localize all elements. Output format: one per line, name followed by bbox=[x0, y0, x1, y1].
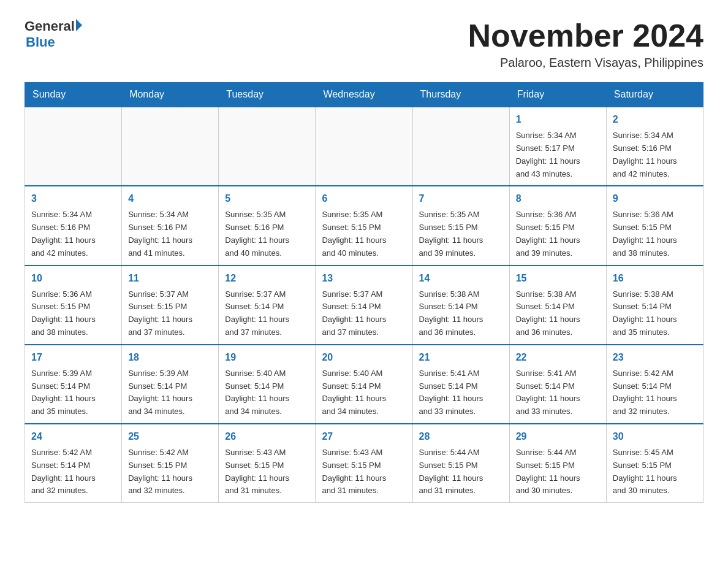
day-number: 16 bbox=[613, 271, 697, 286]
calendar-cell: 3Sunrise: 5:34 AMSunset: 5:16 PMDaylight… bbox=[25, 186, 122, 265]
day-number: 13 bbox=[322, 271, 406, 286]
day-number: 15 bbox=[516, 271, 600, 286]
calendar-cell: 19Sunrise: 5:40 AMSunset: 5:14 PMDayligh… bbox=[219, 345, 316, 424]
calendar-cell: 20Sunrise: 5:40 AMSunset: 5:14 PMDayligh… bbox=[316, 345, 412, 424]
day-number: 18 bbox=[128, 350, 212, 365]
day-info: Sunrise: 5:34 AMSunset: 5:16 PMDaylight:… bbox=[128, 209, 212, 259]
calendar-cell bbox=[316, 107, 412, 186]
column-header-friday: Friday bbox=[509, 83, 606, 107]
day-number: 30 bbox=[613, 429, 697, 444]
day-number: 23 bbox=[613, 350, 697, 365]
week-row-2: 3Sunrise: 5:34 AMSunset: 5:16 PMDaylight… bbox=[25, 186, 703, 265]
calendar-cell: 26Sunrise: 5:43 AMSunset: 5:15 PMDayligh… bbox=[219, 424, 316, 503]
week-row-3: 10Sunrise: 5:36 AMSunset: 5:15 PMDayligh… bbox=[25, 266, 703, 345]
column-header-saturday: Saturday bbox=[606, 83, 703, 107]
calendar-cell: 27Sunrise: 5:43 AMSunset: 5:15 PMDayligh… bbox=[316, 424, 412, 503]
day-info: Sunrise: 5:40 AMSunset: 5:14 PMDaylight:… bbox=[322, 367, 406, 418]
day-number: 14 bbox=[419, 271, 503, 286]
day-info: Sunrise: 5:35 AMSunset: 5:15 PMDaylight:… bbox=[419, 209, 503, 259]
day-number: 20 bbox=[322, 350, 406, 365]
day-number: 28 bbox=[419, 429, 503, 444]
day-info: Sunrise: 5:42 AMSunset: 5:14 PMDaylight:… bbox=[613, 367, 697, 418]
day-info: Sunrise: 5:34 AMSunset: 5:17 PMDaylight:… bbox=[516, 129, 600, 180]
day-info: Sunrise: 5:34 AMSunset: 5:16 PMDaylight:… bbox=[31, 209, 115, 259]
column-header-thursday: Thursday bbox=[412, 83, 509, 107]
day-number: 1 bbox=[516, 112, 600, 127]
calendar-cell: 24Sunrise: 5:42 AMSunset: 5:14 PMDayligh… bbox=[25, 424, 122, 503]
day-info: Sunrise: 5:36 AMSunset: 5:15 PMDaylight:… bbox=[31, 288, 115, 339]
calendar-cell: 1Sunrise: 5:34 AMSunset: 5:17 PMDaylight… bbox=[509, 107, 606, 186]
logo: General Blue bbox=[25, 18, 82, 50]
day-number: 29 bbox=[516, 429, 600, 444]
day-info: Sunrise: 5:38 AMSunset: 5:14 PMDaylight:… bbox=[613, 288, 697, 339]
day-number: 6 bbox=[322, 191, 406, 206]
calendar-cell: 12Sunrise: 5:37 AMSunset: 5:14 PMDayligh… bbox=[219, 266, 316, 345]
logo-general-text: General bbox=[25, 18, 75, 34]
day-number: 26 bbox=[225, 429, 309, 444]
calendar-cell: 21Sunrise: 5:41 AMSunset: 5:14 PMDayligh… bbox=[412, 345, 509, 424]
calendar-table: SundayMondayTuesdayWednesdayThursdayFrid… bbox=[25, 82, 703, 503]
day-info: Sunrise: 5:42 AMSunset: 5:15 PMDaylight:… bbox=[128, 446, 212, 497]
calendar-header-row: SundayMondayTuesdayWednesdayThursdayFrid… bbox=[25, 83, 703, 107]
day-number: 17 bbox=[31, 350, 115, 365]
column-header-monday: Monday bbox=[122, 83, 219, 107]
column-header-wednesday: Wednesday bbox=[316, 83, 412, 107]
calendar-cell: 6Sunrise: 5:35 AMSunset: 5:15 PMDaylight… bbox=[316, 186, 412, 265]
location-subtitle: Palaroo, Eastern Visayas, Philippines bbox=[468, 56, 703, 70]
column-header-sunday: Sunday bbox=[25, 83, 122, 107]
logo-arrow-icon bbox=[76, 19, 82, 31]
day-number: 2 bbox=[613, 112, 697, 127]
calendar-cell: 18Sunrise: 5:39 AMSunset: 5:14 PMDayligh… bbox=[122, 345, 219, 424]
calendar-cell: 30Sunrise: 5:45 AMSunset: 5:15 PMDayligh… bbox=[606, 424, 703, 503]
calendar-cell: 2Sunrise: 5:34 AMSunset: 5:16 PMDaylight… bbox=[606, 107, 703, 186]
calendar-cell: 8Sunrise: 5:36 AMSunset: 5:15 PMDaylight… bbox=[509, 186, 606, 265]
day-info: Sunrise: 5:39 AMSunset: 5:14 PMDaylight:… bbox=[31, 367, 115, 418]
title-section: November 2024 Palaroo, Eastern Visayas, … bbox=[468, 18, 703, 70]
logo-blue-text: Blue bbox=[26, 34, 55, 50]
day-info: Sunrise: 5:39 AMSunset: 5:14 PMDaylight:… bbox=[128, 367, 212, 418]
calendar-cell: 5Sunrise: 5:35 AMSunset: 5:16 PMDaylight… bbox=[219, 186, 316, 265]
calendar-cell bbox=[122, 107, 219, 186]
week-row-4: 17Sunrise: 5:39 AMSunset: 5:14 PMDayligh… bbox=[25, 345, 703, 424]
calendar-cell: 28Sunrise: 5:44 AMSunset: 5:15 PMDayligh… bbox=[412, 424, 509, 503]
day-number: 21 bbox=[419, 350, 503, 365]
day-number: 19 bbox=[225, 350, 309, 365]
calendar-cell: 23Sunrise: 5:42 AMSunset: 5:14 PMDayligh… bbox=[606, 345, 703, 424]
day-number: 4 bbox=[128, 191, 212, 206]
page-header: General Blue November 2024 Palaroo, East… bbox=[25, 18, 703, 70]
day-info: Sunrise: 5:42 AMSunset: 5:14 PMDaylight:… bbox=[31, 446, 115, 497]
day-info: Sunrise: 5:36 AMSunset: 5:15 PMDaylight:… bbox=[613, 209, 697, 259]
day-number: 8 bbox=[516, 191, 600, 206]
day-info: Sunrise: 5:38 AMSunset: 5:14 PMDaylight:… bbox=[516, 288, 600, 339]
day-info: Sunrise: 5:37 AMSunset: 5:14 PMDaylight:… bbox=[322, 288, 406, 339]
calendar-cell: 9Sunrise: 5:36 AMSunset: 5:15 PMDaylight… bbox=[606, 186, 703, 265]
calendar-cell bbox=[25, 107, 122, 186]
day-info: Sunrise: 5:40 AMSunset: 5:14 PMDaylight:… bbox=[225, 367, 309, 418]
week-row-1: 1Sunrise: 5:34 AMSunset: 5:17 PMDaylight… bbox=[25, 107, 703, 186]
day-number: 9 bbox=[613, 191, 697, 206]
day-number: 7 bbox=[419, 191, 503, 206]
calendar-cell: 14Sunrise: 5:38 AMSunset: 5:14 PMDayligh… bbox=[412, 266, 509, 345]
day-info: Sunrise: 5:36 AMSunset: 5:15 PMDaylight:… bbox=[516, 209, 600, 259]
day-number: 22 bbox=[516, 350, 600, 365]
day-number: 5 bbox=[225, 191, 309, 206]
day-info: Sunrise: 5:37 AMSunset: 5:15 PMDaylight:… bbox=[128, 288, 212, 339]
day-info: Sunrise: 5:43 AMSunset: 5:15 PMDaylight:… bbox=[322, 446, 406, 497]
day-info: Sunrise: 5:35 AMSunset: 5:15 PMDaylight:… bbox=[322, 209, 406, 259]
day-number: 27 bbox=[322, 429, 406, 444]
calendar-cell: 15Sunrise: 5:38 AMSunset: 5:14 PMDayligh… bbox=[509, 266, 606, 345]
day-number: 12 bbox=[225, 271, 309, 286]
day-number: 11 bbox=[128, 271, 212, 286]
day-number: 10 bbox=[31, 271, 115, 286]
calendar-cell: 22Sunrise: 5:41 AMSunset: 5:14 PMDayligh… bbox=[509, 345, 606, 424]
calendar-cell: 10Sunrise: 5:36 AMSunset: 5:15 PMDayligh… bbox=[25, 266, 122, 345]
calendar-cell bbox=[219, 107, 316, 186]
day-info: Sunrise: 5:34 AMSunset: 5:16 PMDaylight:… bbox=[613, 129, 697, 180]
calendar-cell: 4Sunrise: 5:34 AMSunset: 5:16 PMDaylight… bbox=[122, 186, 219, 265]
day-number: 25 bbox=[128, 429, 212, 444]
week-row-5: 24Sunrise: 5:42 AMSunset: 5:14 PMDayligh… bbox=[25, 424, 703, 503]
day-info: Sunrise: 5:44 AMSunset: 5:15 PMDaylight:… bbox=[516, 446, 600, 497]
day-info: Sunrise: 5:37 AMSunset: 5:14 PMDaylight:… bbox=[225, 288, 309, 339]
day-number: 24 bbox=[31, 429, 115, 444]
calendar-cell: 25Sunrise: 5:42 AMSunset: 5:15 PMDayligh… bbox=[122, 424, 219, 503]
